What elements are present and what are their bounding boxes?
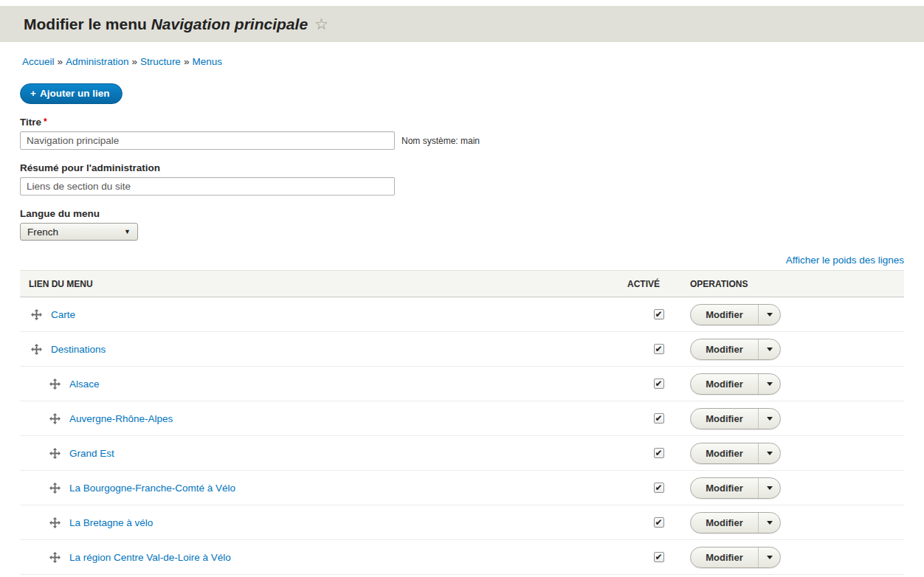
- menu-language-select[interactable]: French ▼: [20, 223, 138, 241]
- menu-link[interactable]: Auvergne-Rhône-Alpes: [69, 413, 173, 424]
- show-row-weights-link[interactable]: Afficher le poids des lignes: [786, 255, 904, 266]
- enabled-checkbox[interactable]: ✔: [654, 483, 664, 493]
- menu-link[interactable]: La Bretagne à vélo: [69, 517, 153, 528]
- caret-down-icon: [767, 521, 773, 525]
- menu-link[interactable]: Grand Est: [69, 448, 114, 459]
- page-title-menu-name: Navigation principale: [151, 15, 308, 32]
- edit-button[interactable]: Modifier: [691, 443, 759, 463]
- operations-cell: Modifier: [690, 443, 904, 464]
- operations-cell: Modifier: [690, 408, 904, 429]
- operations-button-group: Modifier: [690, 373, 781, 395]
- drag-handle-icon[interactable]: [49, 517, 61, 528]
- caret-down-icon: [767, 486, 773, 490]
- add-link-button[interactable]: + Ajouter un lien: [20, 83, 123, 104]
- enabled-checkbox[interactable]: ✔: [654, 344, 664, 354]
- enabled-cell: ✔: [627, 517, 690, 528]
- menu-link-cell: La région Centre Val-de-Loire à Vélo: [20, 552, 627, 563]
- operations-button-group: Modifier: [690, 408, 781, 429]
- menu-links-table: LIEN DU MENU ACTIVÉ OPERATIONS Carte ✔ M…: [20, 270, 904, 577]
- operations-cell: Modifier: [690, 477, 904, 499]
- breadcrumb-separator: »: [58, 56, 63, 67]
- menu-link[interactable]: Alsace: [69, 379, 100, 390]
- header-enabled-column: ACTIVÉ: [627, 279, 690, 289]
- enabled-checkbox[interactable]: ✔: [654, 413, 664, 424]
- operations-dropdown-toggle[interactable]: [759, 409, 780, 429]
- menu-link-cell: Destinations: [20, 344, 627, 355]
- edit-button-label: Modifier: [706, 448, 743, 459]
- edit-button-label: Modifier: [706, 309, 743, 320]
- drag-handle-icon[interactable]: [49, 552, 61, 563]
- operations-cell: Modifier: [690, 373, 904, 395]
- operations-cell: Modifier: [690, 512, 904, 533]
- menu-link-row: La Bourgogne-Franche-Comté à Vélo ✔ Modi…: [20, 471, 904, 505]
- select-arrow-icon: ▼: [124, 228, 131, 235]
- enabled-cell: ✔: [627, 448, 690, 458]
- operations-button-group: Modifier: [690, 443, 781, 464]
- operations-cell: Modifier: [690, 339, 904, 360]
- operations-dropdown-toggle[interactable]: [759, 513, 780, 533]
- drag-handle-icon[interactable]: [49, 379, 61, 390]
- edit-button[interactable]: Modifier: [691, 513, 759, 533]
- menu-link[interactable]: La Bourgogne-Franche-Comté à Vélo: [69, 483, 235, 494]
- menu-link-cell: Alsace: [20, 379, 627, 390]
- enabled-cell: ✔: [627, 344, 690, 354]
- operations-dropdown-toggle[interactable]: [759, 547, 780, 567]
- menu-link[interactable]: Carte: [51, 309, 75, 320]
- breadcrumb-link[interactable]: Administration: [66, 56, 129, 67]
- drag-handle-icon[interactable]: [49, 413, 61, 424]
- operations-dropdown-toggle[interactable]: [759, 339, 780, 359]
- edit-button-label: Modifier: [706, 413, 743, 424]
- breadcrumb-link[interactable]: Structure: [140, 56, 181, 67]
- edit-button[interactable]: Modifier: [691, 547, 759, 567]
- caret-down-icon: [767, 417, 773, 421]
- drag-handle-icon[interactable]: [49, 448, 61, 459]
- enabled-checkbox[interactable]: ✔: [654, 448, 664, 458]
- language-field-label: Langue du menu: [20, 208, 904, 219]
- enabled-checkbox[interactable]: ✔: [654, 379, 664, 389]
- menu-link-row: Grand Est ✔ Modifier: [20, 436, 904, 471]
- breadcrumb-link[interactable]: Menus: [192, 56, 222, 67]
- header-operations-column: OPERATIONS: [690, 279, 904, 289]
- page-header: Modifier le menu Navigation principale☆: [0, 6, 924, 42]
- plus-icon: +: [30, 88, 36, 99]
- operations-dropdown-toggle[interactable]: [759, 478, 780, 498]
- drag-handle-icon[interactable]: [49, 483, 61, 494]
- breadcrumb-separator: »: [132, 56, 138, 67]
- title-input[interactable]: [20, 131, 395, 150]
- enabled-cell: ✔: [627, 413, 690, 424]
- caret-down-icon: [767, 556, 773, 559]
- menu-link-row: Alsace ✔ Modifier: [20, 367, 904, 401]
- menu-link-cell: La Bretagne à vélo: [20, 517, 627, 528]
- caret-down-icon: [767, 452, 773, 455]
- drag-handle-icon[interactable]: [31, 344, 42, 355]
- operations-dropdown-toggle[interactable]: [759, 443, 780, 463]
- enabled-checkbox[interactable]: ✔: [654, 309, 664, 319]
- title-field-label: Titre*: [20, 117, 904, 128]
- summary-input[interactable]: [20, 177, 395, 196]
- edit-button[interactable]: Modifier: [691, 374, 759, 394]
- edit-button[interactable]: Modifier: [691, 305, 759, 325]
- edit-button[interactable]: Modifier: [691, 339, 759, 359]
- title-label-text: Titre: [20, 117, 41, 128]
- enabled-checkbox[interactable]: ✔: [654, 517, 664, 528]
- operations-button-group: Modifier: [690, 547, 781, 568]
- edit-button[interactable]: Modifier: [691, 409, 759, 429]
- menu-link[interactable]: Destinations: [51, 344, 106, 355]
- breadcrumb-link[interactable]: Accueil: [22, 56, 55, 67]
- enabled-checkbox[interactable]: ✔: [654, 552, 664, 562]
- operations-button-group: Modifier: [690, 512, 781, 533]
- enabled-cell: ✔: [627, 379, 690, 389]
- shortcut-star-icon[interactable]: ☆: [314, 15, 328, 32]
- row-indent: [31, 557, 49, 558]
- menu-link[interactable]: La région Centre Val-de-Loire à Vélo: [69, 552, 231, 563]
- operations-dropdown-toggle[interactable]: [759, 305, 780, 325]
- edit-button-label: Modifier: [706, 483, 743, 494]
- operations-dropdown-toggle[interactable]: [759, 374, 780, 394]
- breadcrumb: Accueil»Administration»Structure»Menus: [22, 56, 904, 67]
- breadcrumb-separator: »: [184, 56, 190, 67]
- row-indent: [31, 384, 49, 384]
- drag-handle-icon[interactable]: [31, 309, 42, 320]
- edit-button[interactable]: Modifier: [691, 478, 759, 498]
- row-weights-toggle-wrap: Afficher le poids des lignes: [20, 255, 904, 266]
- row-indent: [31, 488, 49, 488]
